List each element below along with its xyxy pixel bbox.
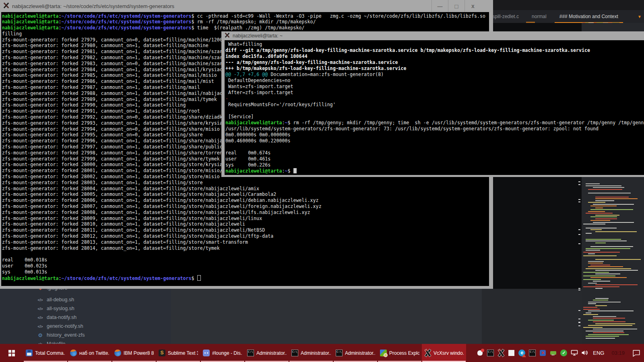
taskbar-button-label: #lounge - Dis... <box>212 350 242 356</box>
chevron-down-icon[interactable]: ▼ <box>638 14 642 19</box>
taskbar-button-procexp[interactable]: Process Explo... <box>378 344 422 362</box>
language-indicator[interactable]: ENG <box>593 344 604 362</box>
volume-tray-icon[interactable] <box>581 350 588 356</box>
sidebar-item-all-syslog-sh[interactable]: all-syslog.sh <box>37 304 74 313</box>
terminal1-titlebar[interactable]: nabijaczleweli@tarta: ~/store/code/zfs/e… <box>0 0 493 12</box>
code-line <box>586 233 592 234</box>
terminal-line: zfs-mount-generator: forked 28011, canmo… <box>2 227 489 233</box>
code-line <box>593 329 637 329</box>
terminal-line: zfs-mount-generator: forked 28003, canmo… <box>2 180 489 186</box>
code-line <box>593 316 616 317</box>
code-line <box>583 327 603 328</box>
terminal-line: +++ b/tmp/makepsko/zfs-load-key-filling-… <box>225 66 644 72</box>
tab--motivation-and-context[interactable]: ### Motivation and Context <box>553 10 625 23</box>
terminal-line: RequiresMountsFor='/root/keys/filling' <box>225 102 644 108</box>
start-button[interactable] <box>0 344 23 362</box>
code-line <box>593 204 634 205</box>
cmd-tray-icon[interactable] <box>487 350 494 356</box>
taskbar-button-label: Sublime Text 3 <box>168 350 198 356</box>
cmd-icon <box>336 350 343 356</box>
network-card-tray-icon[interactable] <box>550 350 557 356</box>
code-line <box>583 255 617 256</box>
minimize-button[interactable] <box>431 0 448 12</box>
editor-pane-lower[interactable] <box>482 289 582 344</box>
terminal-line: user 0m0.023s <box>2 263 489 269</box>
tab-normal[interactable]: normal <box>525 10 553 23</box>
terminal-line: @@ -7,7 +7,6 @@ Documentation=man:zfs-mo… <box>225 72 644 78</box>
code-line <box>595 259 641 260</box>
taskbar-button-sublime[interactable]: Sublime Text 3 <box>156 344 200 362</box>
code-line <box>588 325 632 326</box>
terminal-line: index dec15fa..d0fa0fe 100644 <box>225 53 644 60</box>
taskbar-button-cmd[interactable]: Administrator... <box>289 344 333 362</box>
taskbar-button-discord[interactable]: #lounge - Dis... <box>200 344 245 362</box>
code-line <box>595 274 620 274</box>
file-name: generic-notify.sh <box>47 323 83 329</box>
taskbar-button-label: Administrator... <box>301 350 331 356</box>
vcxsrv-icon <box>3 2 9 10</box>
sidebar-item-all-debug-sh[interactable]: all-debug.sh <box>37 296 74 304</box>
code-file-icon <box>37 297 43 302</box>
tab-label: spill-zedlet.c <box>492 14 519 19</box>
terminal2-screen[interactable]: What=fillingdiff --git a/tmp/genny/zfs-l… <box>225 40 644 175</box>
terminal-line: sys 0m0.226s <box>225 162 644 168</box>
code-line <box>588 261 604 262</box>
terminal-cursor <box>293 168 297 173</box>
tab-label: normal <box>532 14 547 19</box>
diff-mark <box>578 322 580 323</box>
code-line <box>588 283 597 284</box>
code-line <box>586 313 591 313</box>
cmd-tray-icon[interactable] <box>529 350 536 356</box>
code-line <box>595 198 638 199</box>
terminal-line: user 0m0.461s <box>225 156 644 162</box>
terminal-line: real 0m0.018s <box>2 257 489 263</box>
code-line <box>590 216 617 217</box>
code-line <box>593 332 624 333</box>
taskbar-button-cmd[interactable]: Administrator... <box>245 344 289 362</box>
close-button[interactable] <box>464 0 481 12</box>
taskbar-button-vcxsrv[interactable]: VcXsrv windo... <box>422 344 466 362</box>
vcxsrv-tray-icon[interactable] <box>497 350 504 356</box>
terminal-line: zfs-mount-generator: forked 28007, canmo… <box>2 204 489 210</box>
terminal-line: zfs-mount-generator: forked 28009, canmo… <box>2 216 489 222</box>
terminal1-title: nabijaczleweli@tarta: ~/store/code/zfs/e… <box>12 3 174 9</box>
code-line <box>588 202 605 203</box>
clock[interactable]: 03:19 <box>611 344 625 362</box>
maximize-button[interactable] <box>448 0 464 12</box>
terminal-line: 0m0.460000s 0m0.220000s <box>225 138 644 144</box>
diff-mark <box>578 181 580 182</box>
diff-mark <box>578 319 580 319</box>
code-line <box>588 266 623 267</box>
code-line <box>588 211 605 212</box>
sidebar-item-data-notify-sh[interactable]: data-notify.sh <box>37 313 76 321</box>
code-line <box>586 331 623 331</box>
notification-center-icon[interactable] <box>629 344 644 362</box>
taskbar-button-firefox[interactable]: IBM Power8 8... <box>112 344 156 362</box>
diff-mark <box>578 184 580 185</box>
sidebar-item-generic-notify-sh[interactable]: generic-notify.sh <box>37 322 83 330</box>
terminal-line: - <box>225 96 644 102</box>
taskbar-button-firefox[interactable]: наб on Twitte... <box>68 344 112 362</box>
terminal-line: DefaultDependencies=no <box>225 78 644 84</box>
terminal2-titlebar[interactable]: nabijaczleweli@tarta: ~ <box>221 31 644 40</box>
discord-badge-tray-icon[interactable] <box>477 350 483 356</box>
terminal-line: /usr/lib/systemd/system-generators/zfs-m… <box>225 126 644 132</box>
check-green-tray-icon[interactable] <box>560 350 567 356</box>
code-file-icon <box>37 315 43 320</box>
sidebar-item-history-event-zfs[interactable]: history_event-zfs <box>37 331 85 339</box>
network-display-tray-icon[interactable] <box>571 350 578 356</box>
code-line <box>590 265 610 265</box>
terminal-line: nabijaczleweli@tarta:~/store/code/zfs/et… <box>2 19 489 25</box>
edge-warning-tray-icon[interactable] <box>518 350 525 356</box>
code-line <box>595 284 638 285</box>
taskbar-button-totalcmd[interactable]: Total Comma... <box>23 344 68 362</box>
disconnected-tray-icon[interactable] <box>539 350 546 356</box>
taskbar-button-label: Administrator... <box>345 350 375 356</box>
code-line <box>595 218 617 219</box>
code-line <box>593 222 634 223</box>
taskbar-button-cmd[interactable]: Administrator... <box>333 344 378 362</box>
terminal-line <box>2 251 489 257</box>
terminal-line: Wants=zfs-import.target <box>225 84 644 90</box>
code-line <box>590 209 633 210</box>
white-square-tray-icon[interactable] <box>508 350 515 356</box>
